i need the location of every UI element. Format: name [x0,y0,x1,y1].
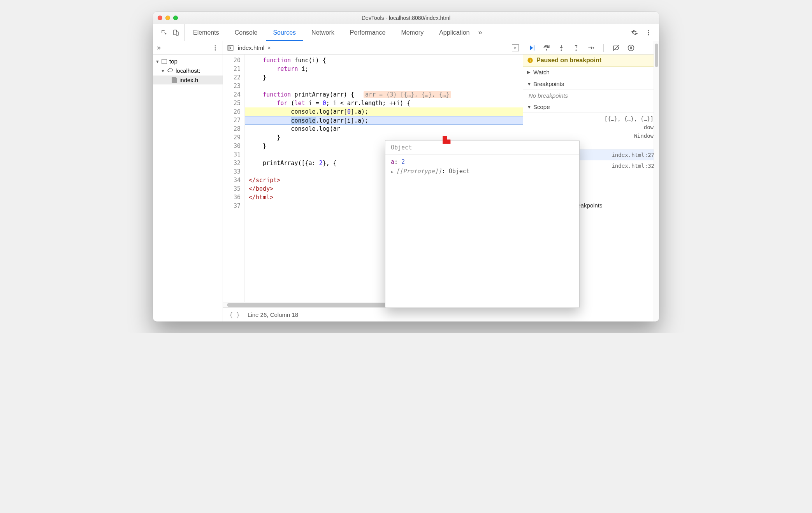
code-line[interactable]: return i; [245,65,523,73]
code-line[interactable]: console.log(arr[0].a); [245,107,523,116]
frame-icon [162,59,167,64]
tab-network[interactable]: Network [304,24,341,41]
pause-exceptions-icon[interactable] [627,44,635,52]
svg-rect-17 [630,46,631,49]
kebab-menu-icon[interactable] [645,29,652,36]
toggle-navigator-icon[interactable] [227,44,234,51]
tab-sources[interactable]: Sources [266,24,303,41]
line-gutter: 202122232425262728293031323334353637 [223,54,245,302]
step-icon[interactable] [587,44,595,52]
code-line[interactable]: console.log(ar [245,125,523,133]
scope-arr: [{…}, {…}, {…}] [528,114,659,123]
code-line[interactable]: } [245,73,523,82]
pane-title: Watch [533,69,550,76]
svg-point-6 [215,47,216,48]
cursor-position: Line 26, Column 18 [248,311,298,318]
debugger-toolbar [523,41,659,54]
tree-label: top [169,58,178,65]
svg-point-11 [546,49,547,50]
file-tab[interactable]: index.html × [238,44,271,51]
settings-gear-icon[interactable] [631,29,638,36]
tab-elements[interactable]: Elements [186,24,226,41]
popup-property: a: 2 [391,157,574,167]
svg-point-13 [575,49,576,51]
tabs-overflow-icon[interactable]: » [478,28,482,37]
devtools-window: DevTools - localhost:8080/index.html Ele… [153,12,659,322]
svg-rect-10 [534,45,534,50]
breakpoints-pane-header[interactable]: ▼ Breakpoints [523,78,659,90]
code-line[interactable]: for (let i = 0; i < arr.length; ++i) { [245,99,523,107]
file-tab-label: index.html [238,44,264,51]
tree-host[interactable]: ▼ localhost: [153,66,223,76]
svg-rect-21 [530,59,530,59]
watch-pane-header[interactable]: ▶ Watch [523,67,659,78]
titlebar: DevTools - localhost:8080/index.html [153,12,659,24]
svg-rect-1 [176,32,178,35]
disclosure-triangle-icon[interactable]: ▼ [527,82,531,86]
disclosure-triangle-icon[interactable]: ▼ [527,105,531,109]
tab-application[interactable]: Application [432,24,476,41]
run-snippet-icon[interactable] [512,44,519,51]
popup-prototype-row[interactable]: ▶ [[Prototype]]: Object [391,167,574,177]
svg-point-16 [628,45,634,51]
step-out-icon[interactable] [572,44,580,52]
svg-rect-9 [228,46,230,50]
code-line[interactable] [245,82,523,90]
devtools-tabstrip: ElementsConsoleSourcesNetworkPerformance… [153,24,659,41]
proto-value: Object [449,168,470,175]
scope-dow: dow [528,123,659,132]
breakpoints-empty: No breakpoints [523,90,659,101]
tree-file[interactable]: index.h [153,76,223,84]
pane-title: Breakpoints [533,81,564,87]
svg-rect-18 [631,46,632,49]
editor-statusbar: { } Line 26, Column 18 [223,307,523,322]
code-line[interactable]: function func(i) { [245,56,523,65]
navigator-panel: » ▼ top ▼ localhost: [153,41,223,322]
paused-banner: Paused on breakpoint [523,54,659,67]
cloud-icon [167,67,173,74]
svg-point-12 [561,49,562,51]
file-tree: ▼ top ▼ localhost: index.h [153,54,223,87]
code-line[interactable]: console.log(arr[i].a); [245,116,523,125]
close-tab-icon[interactable]: × [267,45,271,51]
device-toggle-icon[interactable] [172,29,179,36]
svg-point-5 [215,45,216,46]
code-line[interactable]: function printArray(arr) { arr = (3) [{…… [245,90,523,99]
svg-point-14 [593,47,594,48]
disclosure-triangle-icon[interactable]: ▼ [155,59,159,64]
tab-performance[interactable]: Performance [343,24,393,41]
step-over-icon[interactable] [543,44,550,52]
deactivate-breakpoints-icon[interactable] [612,44,620,52]
inspect-element-icon[interactable] [161,29,168,36]
popup-type: Object [385,141,579,155]
scope-pane-header[interactable]: ▼ Scope [523,101,659,113]
svg-point-3 [648,32,649,33]
annotation-arrow-icon [441,128,458,146]
navigator-overflow-icon[interactable]: » [157,44,161,52]
resume-icon[interactable] [528,44,536,52]
info-icon [527,57,533,63]
step-into-icon[interactable] [557,44,565,52]
prop-value: 2 [401,158,405,165]
svg-point-4 [648,34,649,35]
navigator-menu-icon[interactable] [212,44,219,51]
disclosure-triangle-icon[interactable]: ▶ [391,169,396,174]
tab-console[interactable]: Console [228,24,265,41]
vertical-scrollbar[interactable] [654,41,659,322]
svg-rect-20 [530,60,530,62]
tree-label: index.h [179,77,198,83]
tree-top-frame[interactable]: ▼ top [153,57,223,66]
disclosure-triangle-icon[interactable]: ▶ [527,70,531,75]
svg-point-2 [648,30,649,31]
scope-window: Window [528,132,659,140]
tab-memory[interactable]: Memory [394,24,431,41]
proto-label: [[Prototype]] [396,168,441,175]
editor-tabs: index.html × [223,41,523,54]
svg-point-7 [215,49,216,50]
value-preview-popup: Object a: 2 ▶ [[Prototype]]: Object [385,140,580,308]
file-icon [172,77,177,83]
disclosure-triangle-icon[interactable]: ▼ [161,69,165,73]
pretty-print-icon[interactable]: { } [229,311,240,318]
tree-label: localhost: [176,67,200,74]
paused-banner-text: Paused on breakpoint [536,57,601,64]
